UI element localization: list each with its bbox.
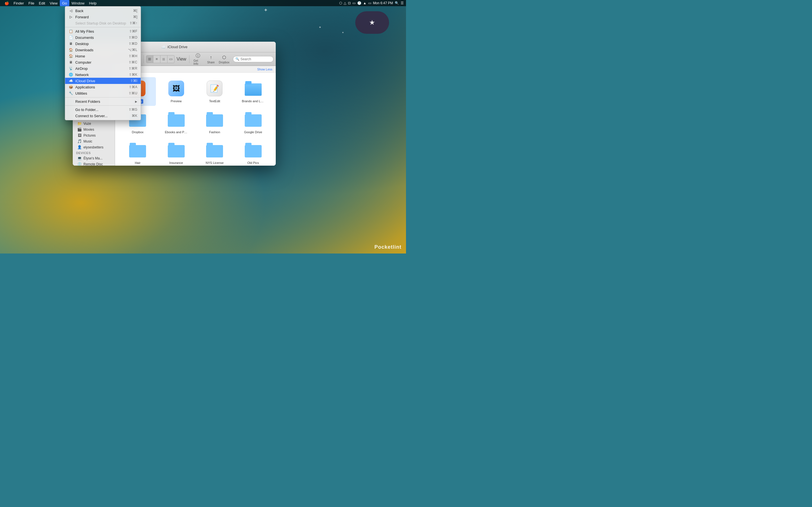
menu-item-desktop[interactable]: 🖥 Desktop ⇧⌘D [65,41,141,47]
sidebar-item-pictures-label: Pictures [84,133,96,137]
nys-license-file-name: NYS License [206,161,223,165]
file-item-insurance[interactable]: Insurance [158,139,195,166]
file-item-ebooks[interactable]: Ebooks and PDFs [158,108,195,136]
svg-rect-11 [129,145,146,158]
file-item-fashion[interactable]: Fashion [197,108,233,136]
menu-item-network[interactable]: 🌐 Network ⇧⌘K [65,71,141,78]
menu-item-connect-to-server[interactable]: Connect to Server... ⌘K [65,113,141,119]
downloads-icon: 🏠 [68,48,73,52]
go-menu-trigger[interactable]: Go [60,0,69,6]
folder-svg-6 [129,143,146,158]
apple-menu[interactable]: 🍎 [2,0,11,6]
sidebar-item-vuze[interactable]: 📁 Vuze [74,121,114,126]
star-decoration-2: ✦ [319,25,321,29]
folder-svg-5 [245,112,262,127]
share-icon: ↑ [208,54,214,61]
menu-item-applications[interactable]: 📦 Applications ⇧⌘A [65,84,141,90]
file-menu[interactable]: File [26,0,37,6]
toolbar-view-options-button[interactable]: View [175,55,187,63]
toolbar-cover-flow-button[interactable]: ▭ [167,55,174,63]
file-item-hair[interactable]: Hair [119,139,156,166]
sidebar-item-pictures[interactable]: 🖼 Pictures [74,132,114,138]
network-icon: 🌐 [68,72,73,77]
user-sidebar-icon: 👤 [77,145,82,149]
menu-item-go-to-folder[interactable]: Go to Folder... ⇧⌘G [65,107,141,113]
file-item-preview[interactable]: 🖼 Preview [158,77,195,106]
home-icon: 🏠 [68,54,73,58]
battery-icon: ▭ [368,1,371,5]
toolbar-get-info-button[interactable]: ⓘ Get Info [192,52,204,66]
menu-item-icloud-drive[interactable]: ☁️ iCloud Drive ⇧⌘I [65,78,141,84]
file-item-nys-license[interactable]: NYS License [197,139,233,166]
toolbar-dropbox-button[interactable]: ⬡ Dropbox [218,54,231,64]
toolbar-icon-view-button[interactable]: ⊞ [146,55,153,63]
svg-rect-9 [245,114,262,127]
file-item-old-pics[interactable]: Old Pics [235,139,271,166]
menu-item-airdrop[interactable]: 📡 AirDrop ⇧⌘R [65,65,141,71]
airplay-icon: ▭ [352,1,356,5]
window-title-text: iCloud Drive [167,45,188,49]
menu-item-back[interactable]: ◁ Back ⌘[ [65,8,141,14]
star-decoration-3: ✦ [342,31,344,34]
menu-item-all-my-files[interactable]: 📋 All My Files ⇧⌘F [65,28,141,34]
menu-item-forward[interactable]: ▷ Forward ⌘] [65,14,141,20]
all-my-files-icon: 📋 [68,29,73,34]
sidebar-item-mac[interactable]: 💻 Élyse's Ma... [74,155,114,161]
show-less-button[interactable]: Show Less [257,68,272,71]
sidebar-item-mac-label: Élyse's Ma... [84,156,103,160]
toolbar-share-button[interactable]: ↑ Share [205,54,216,64]
sidebar-item-elysesbetters[interactable]: 👤 elysesbetters [74,144,114,150]
sidebar-item-remote-disc-label: Remote Disc [84,162,103,166]
insurance-file-icon [167,141,185,159]
mac-sidebar-icon: 💻 [77,156,82,160]
get-info-icon: ⓘ [195,53,201,59]
toolbar-view-buttons: ⊞ ≡ ⫼ ▭ [146,55,175,63]
edit-menu[interactable]: Edit [37,0,47,6]
svg-rect-14 [168,143,174,146]
svg-rect-12 [130,143,136,146]
toolbar-search-input[interactable] [241,57,271,61]
menu-separator-2 [65,97,141,98]
toolbar-column-view-button[interactable]: ⫼ [160,55,167,63]
desktop-icon: 🖥 [68,41,73,46]
menu-item-recent-folders[interactable]: Recent Folders ▶ [65,98,141,105]
hair-file-icon [129,141,147,159]
finder-menu[interactable]: Finder [11,0,26,6]
sidebar-item-movies[interactable]: 🎬 Movies [74,126,114,132]
insurance-file-name: Insurance [169,161,183,165]
file-item-brando-and-lucy[interactable]: Brando and Lucy [235,77,271,106]
sidebar-item-remote-disc[interactable]: 💿 Remote Disc [74,161,114,166]
svg-rect-1 [245,83,262,96]
view-menu[interactable]: View [47,0,60,6]
toolbar-search-box[interactable]: 🔍 [233,56,273,62]
control-center-icon[interactable]: ☰ [401,1,404,5]
svg-rect-8 [207,112,213,115]
search-icon[interactable]: 🔍 [395,1,399,5]
brando-lucy-file-name: Brando and Lucy [242,99,264,103]
wifi-icon: ▲ [363,1,366,5]
sidebar-item-music[interactable]: 🎵 Music [74,138,114,144]
startup-disk-icon [68,21,73,25]
file-item-google-drive[interactable]: Google Drive [235,108,271,136]
menu-item-documents[interactable]: 📄 Documents ⇧⌘O [65,34,141,41]
sidebar-item-vuze-label: Vuze [84,122,91,126]
menubar-left: 🍎 Finder File Edit View Go Window Help [2,0,99,6]
go-dropdown-menu: ◁ Back ⌘[ ▷ Forward ⌘] Select Startup Di… [65,6,141,120]
menu-item-downloads[interactable]: 🏠 Downloads ⌥⌘L [65,47,141,53]
folder-svg-9 [245,143,262,158]
menu-item-utilities[interactable]: 🔧 Utilities ⇧⌘U [65,90,141,96]
toolbar-list-view-button[interactable]: ≡ [153,55,160,63]
menu-item-computer[interactable]: 🖥 Computer ⇧⌘C [65,59,141,65]
menubar: 🍎 Finder File Edit View Go Window Help ⬡… [0,0,406,6]
svg-rect-15 [206,145,223,158]
menu-item-home[interactable]: 🏠 Home ⇧⌘H [65,53,141,59]
star-decoration: ✦ [264,7,268,13]
pocketlint-watermark: Pocketlint [374,244,402,250]
dropbox-icon: ⬡ [221,54,227,61]
dropbox-status-icon: ⬡ [339,1,342,5]
window-menu[interactable]: Window [69,0,87,6]
google-drive-file-icon [244,110,262,128]
help-menu[interactable]: Help [87,0,99,6]
file-item-textedit[interactable]: 📝 TextEdit [197,77,233,106]
forward-icon: ▷ [68,15,73,19]
